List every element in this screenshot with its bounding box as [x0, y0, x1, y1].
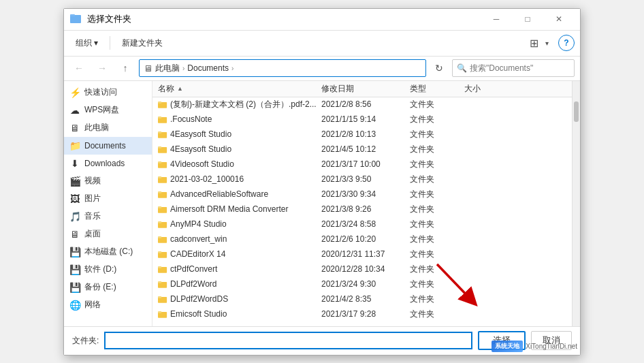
folder-icon [158, 294, 167, 304]
pc-icon: 🖥 [144, 63, 152, 74]
file-row[interactable]: DLPdf2WordDS 2021/4/2 8:35 文件夹 [152, 292, 572, 307]
minimize-button[interactable]: ─ [481, 8, 512, 30]
folder-icon [158, 234, 167, 244]
svg-rect-1 [70, 14, 75, 16]
folder-input[interactable] [104, 332, 472, 349]
search-icon: 🔍 [457, 63, 467, 73]
file-row[interactable]: 2021-03-02_100016 2021/3/3 9:50 文件夹 [152, 172, 572, 187]
file-row[interactable]: AnyMP4 Studio 2021/3/24 8:58 文件夹 [152, 217, 572, 232]
folder-icon [158, 249, 167, 259]
toolbar-separator [110, 36, 110, 50]
col-header-size[interactable]: 大小 [459, 81, 513, 97]
file-row[interactable]: cadconvert_win 2021/2/6 10:20 文件夹 [152, 232, 572, 247]
breadcrumb-sep-2: › [231, 65, 234, 72]
file-cell-date: 2021/3/8 9:26 [316, 202, 404, 217]
file-row[interactable]: 4Videosoft Studio 2021/3/17 10:00 文件夹 [152, 157, 572, 172]
file-row[interactable]: ctPdfConvert 2020/12/28 10:34 文件夹 [152, 262, 572, 277]
sidebar-item-soft-d[interactable]: 💾 软件 (D:) [64, 261, 152, 279]
file-cell-type: 文件夹 [404, 291, 459, 306]
scrollbar[interactable] [572, 81, 580, 326]
sidebar-item-documents[interactable]: 📁 Documents [64, 137, 152, 155]
address-path-box[interactable]: 🖥 此电脑 › Documents › [139, 59, 426, 77]
this-pc-icon: 🖥 [69, 123, 80, 133]
file-cell-name: 4Videosoft Studio [152, 157, 316, 172]
sidebar-item-music[interactable]: 🎵 音乐 [64, 208, 152, 225]
sidebar-label-pictures: 图片 [84, 193, 101, 204]
sidebar-item-network[interactable]: 🌐 网络 [64, 296, 152, 314]
file-row[interactable]: Emicsoft Studio 2021/3/17 9:28 文件夹 [152, 307, 572, 322]
file-cell-name: Emicsoft Studio [152, 306, 316, 321]
file-cell-date: 2021/3/24 8:58 [316, 217, 404, 232]
view-options-button[interactable]: ⊞ [525, 34, 543, 52]
sidebar-item-local-disk-c[interactable]: 💾 本地磁盘 (C:) [64, 243, 152, 261]
sidebar-item-quick-access[interactable]: ⚡ 快速访问 [64, 84, 152, 101]
sidebar-item-desktop[interactable]: 🖥 桌面 [64, 225, 152, 243]
sidebar-item-videos[interactable]: 🎬 视频 [64, 172, 152, 190]
forward-button[interactable]: → [93, 59, 112, 78]
search-input[interactable] [470, 63, 572, 73]
file-cell-date: 2021/4/5 10:12 [316, 142, 404, 157]
sidebar-label-soft-d: 软件 (D:) [84, 264, 116, 275]
col-header-date[interactable]: 修改日期 [316, 81, 404, 97]
file-row[interactable]: Aimersoft DRM Media Converter 2021/3/8 9… [152, 202, 572, 217]
breadcrumb-documents[interactable]: Documents [187, 63, 229, 73]
file-cell-size [459, 291, 513, 306]
window-controls: ─ □ ✕ [481, 8, 575, 30]
file-row[interactable]: (复制)-新建文本文档 (2)（合并）.pdf-2... 2021/2/8 8:… [152, 97, 572, 112]
maximize-button[interactable]: □ [512, 8, 543, 30]
col-header-type[interactable]: 类型 [404, 81, 459, 97]
wps-cloud-icon: ☁ [69, 105, 80, 116]
col-header-name[interactable]: 名称 ▲ [152, 81, 316, 97]
svg-rect-5 [158, 116, 161, 119]
file-cell-size [459, 262, 513, 277]
close-button[interactable]: ✕ [543, 8, 575, 30]
refresh-button[interactable]: ↻ [430, 59, 448, 77]
folder-icon [158, 114, 167, 124]
select-folder-dialog: 选择文件夹 ─ □ ✕ 组织 ▾ 新建文件夹 ⊞ ▾ ? ← → ↑ 🖥 此电脑… [63, 8, 581, 356]
back-button[interactable]: ← [69, 59, 88, 78]
file-row[interactable]: 4Esaysoft Studio 2021/4/5 10:12 文件夹 [152, 142, 572, 157]
file-list-body: (复制)-新建文本文档 (2)（合并）.pdf-2... 2021/2/8 8:… [152, 97, 572, 326]
file-cell-date: 2021/2/8 10:13 [316, 127, 404, 142]
file-row[interactable]: DLPdf2Word 2021/3/24 9:30 文件夹 [152, 277, 572, 292]
file-row[interactable]: AdvancedReliableSoftware 2021/3/30 9:34 … [152, 187, 572, 202]
file-cell-name: CADEditorX 14 [152, 247, 316, 262]
file-cell-type: 文件夹 [404, 262, 459, 277]
up-button[interactable]: ↑ [116, 59, 135, 78]
desktop-icon: 🖥 [69, 229, 80, 240]
file-cell-size [459, 277, 513, 291]
file-row[interactable]: 4Easysoft Studio 2021/2/8 10:13 文件夹 [152, 127, 572, 142]
file-cell-size [459, 306, 513, 321]
sidebar-item-downloads[interactable]: ⬇ Downloads [64, 155, 152, 172]
sidebar-item-pictures[interactable]: 🖼 图片 [64, 190, 152, 208]
file-cell-type: 文件夹 [404, 187, 459, 202]
organize-button[interactable]: 组织 ▾ [69, 34, 104, 52]
downloads-icon: ⬇ [69, 158, 80, 169]
sidebar-item-this-pc[interactable]: 🖥 此电脑 [64, 119, 152, 137]
new-folder-button[interactable]: 新建文件夹 [116, 34, 169, 52]
sidebar-item-wps-cloud[interactable]: ☁ WPS网盘 [64, 101, 152, 119]
file-cell-size [459, 97, 513, 112]
col-type-label: 类型 [410, 83, 426, 95]
file-cell-date: 2021/3/30 9:34 [316, 187, 404, 202]
file-cell-type: 文件夹 [404, 157, 459, 172]
file-row[interactable]: CADEditorX 14 2020/12/31 11:37 文件夹 [152, 247, 572, 262]
file-cell-type: 文件夹 [404, 97, 459, 112]
file-cell-type: 文件夹 [404, 127, 459, 142]
folder-icon [158, 279, 167, 289]
view-dropdown-icon: ▾ [545, 40, 549, 47]
svg-rect-25 [158, 266, 161, 268]
svg-rect-21 [158, 236, 161, 238]
help-button[interactable]: ? [558, 35, 575, 51]
watermark: 系统天地 XiTongTianDi.net [492, 341, 577, 352]
breadcrumb: 此电脑 › Documents › [155, 63, 235, 74]
sidebar-item-backup-e[interactable]: 💾 备份 (E:) [64, 279, 152, 296]
breadcrumb-pc[interactable]: 此电脑 [155, 63, 180, 74]
file-cell-size [459, 142, 513, 157]
file-list-header: 名称 ▲ 修改日期 类型 大小 [152, 81, 572, 97]
file-cell-name: DLPdf2WordDS [152, 291, 316, 306]
search-box[interactable]: 🔍 [452, 59, 575, 77]
col-name-sort-icon: ▲ [177, 85, 183, 92]
file-row[interactable]: .FocusNote 2021/1/15 9:14 文件夹 [152, 112, 572, 127]
file-cell-size [459, 127, 513, 142]
